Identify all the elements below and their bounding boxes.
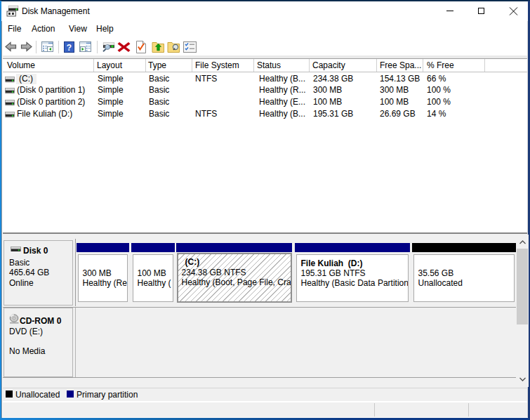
svg-text:?: ? — [67, 43, 72, 53]
